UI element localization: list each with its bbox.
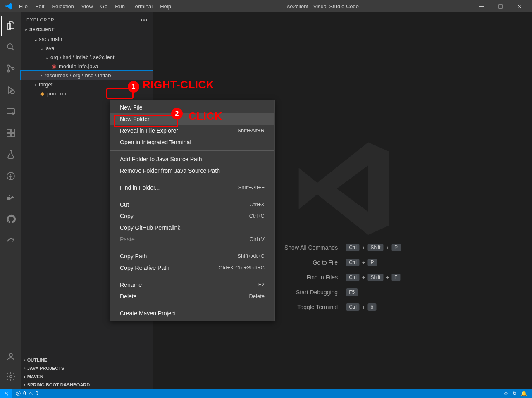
svg-point-13 [7,172,14,180]
divider [110,196,274,196]
close-button[interactable] [510,0,529,12]
shortcut-keys: Ctrl+ö [346,303,401,311]
divider [110,305,274,305]
svg-point-2 [7,44,12,49]
more-actions-icon[interactable] [141,19,147,21]
folder-label: target [39,81,52,88]
section-outline[interactable]: ›OUTLINE [21,356,153,364]
svg-point-3 [7,65,10,67]
sync-icon[interactable]: ↻ [513,391,517,396]
menu-new-file[interactable]: New File [110,102,274,113]
svg-rect-9 [7,129,10,133]
menu-copy-relative-path[interactable]: Copy Relative PathCtrl+K Ctrl+Shift+C [110,262,274,274]
menu-bar: File Edit Selection View Go Run Terminal… [16,2,174,11]
menu-terminal[interactable]: Terminal [129,2,156,11]
tree-file-module-info[interactable]: ◉module-info.java [21,62,153,71]
menu-remove-java-path[interactable]: Remove Folder from Java Source Path [110,165,274,176]
menu-add-java-path[interactable]: Add Folder to Java Source Path [110,153,274,165]
search-icon[interactable] [1,37,21,57]
svg-point-4 [7,70,10,72]
warning-count: 0 [36,391,38,396]
svg-rect-15 [9,197,10,198]
chevron-right-icon: › [32,81,39,88]
thunder-icon[interactable] [1,166,21,186]
context-menu: New File New Folder Reveal in File Explo… [110,100,275,321]
project-section[interactable]: ⌄ SE2CLIENT [21,25,153,33]
menu-go[interactable]: Go [97,2,111,11]
shortcut-keys: Ctrl+Shift+P [346,244,401,251]
menu-edit[interactable]: Edit [32,2,48,11]
menu-selection[interactable]: Selection [48,2,77,11]
docker-icon[interactable] [1,188,21,207]
shortcut-label: Find in Files [284,274,338,281]
section-label: JAVA PROJECTS [27,366,64,371]
tree-folder-resources-inflab[interactable]: ›resources \ org \ hsd \ inflab [21,71,153,80]
warning-icon: ⚠ [29,391,33,396]
title-bar: File Edit Selection View Go Run Terminal… [0,0,532,12]
menu-run[interactable]: Run [112,2,128,11]
project-name: SE2CLIENT [29,27,55,32]
chevron-down-icon: ⌄ [24,26,28,32]
tree-file-pom[interactable]: ◆pom.xml [21,89,153,98]
chevron-right-icon: › [24,374,26,379]
github-icon[interactable] [1,209,21,229]
menu-help[interactable]: Help [157,2,174,11]
maximize-button[interactable] [491,0,510,12]
xml-file-icon: ◆ [39,91,45,97]
svg-rect-12 [12,129,15,132]
shortcut-label: Toggle Terminal [284,304,338,310]
svg-rect-14 [7,197,9,198]
gear-icon[interactable] [1,367,21,386]
chevron-down-icon: ⌄ [44,54,50,60]
menu-open-terminal[interactable]: Open in Integrated Terminal [110,136,274,148]
remote-explorer-icon[interactable] [1,102,21,122]
run-debug-icon[interactable] [1,80,21,100]
extensions-icon[interactable] [1,123,21,143]
chevron-right-icon: › [24,366,26,371]
source-control-icon[interactable] [1,59,21,79]
explorer-icon[interactable] [1,16,21,36]
menu-copy[interactable]: CopyCtrl+C [110,210,274,222]
tree-folder-package[interactable]: ⌄org \ hsd \ inflab \ se2client [21,52,153,62]
tree-folder-src-main[interactable]: ⌄src \ main [21,34,153,43]
menu-new-folder[interactable]: New Folder [110,113,274,125]
menu-cut[interactable]: CutCtrl+X [110,199,274,210]
java-file-icon: ◉ [50,63,57,69]
vscode-logo-icon [5,2,12,10]
folder-label: org \ hsd \ inflab \ se2client [50,54,115,60]
chevron-right-icon: › [24,382,26,387]
bell-icon[interactable]: 🔔 [521,391,527,396]
menu-file[interactable]: File [16,2,31,11]
section-maven[interactable]: ›MAVEN [21,372,153,381]
error-count: 0 [23,391,26,396]
section-spring-boot[interactable]: ›SPRING BOOT DASHBOARD [21,381,153,389]
feedback-icon[interactable]: ☺ [503,391,508,396]
tree-folder-target[interactable]: ›target [21,80,153,89]
menu-reveal-explorer[interactable]: Reveal in File ExplorerShift+Alt+R [110,125,274,136]
divider [110,150,274,151]
svg-rect-1 [499,5,502,8]
problems-indicator[interactable]: ⓧ0 ⚠0 [12,390,41,397]
share-icon[interactable] [1,231,21,250]
welcome-shortcuts: Show All Commands Ctrl+Shift+P Go to Fil… [284,244,401,311]
explorer-title: EXPLORER [26,17,55,22]
remote-indicator[interactable] [0,389,12,398]
menu-copy-github-permalink[interactable]: Copy GitHub Permalink [110,222,274,234]
section-java-projects[interactable]: ›JAVA PROJECTS [21,364,153,372]
window-title: se2client - Visual Studio Code [174,3,472,10]
status-bar: ⓧ0 ⚠0 ☺ ↻ 🔔 [0,389,532,398]
menu-view[interactable]: View [78,2,96,11]
menu-rename[interactable]: RenameF2 [110,279,274,291]
accounts-icon[interactable] [1,347,21,367]
tree-folder-java[interactable]: ⌄java [21,43,153,52]
vscode-watermark-icon [285,131,401,248]
menu-copy-path[interactable]: Copy PathShift+Alt+C [110,250,274,262]
section-label: MAVEN [27,374,43,379]
menu-create-maven[interactable]: Create Maven Project [110,307,274,319]
minimize-button[interactable] [472,0,491,12]
testing-icon[interactable] [1,145,21,164]
menu-find-in-folder[interactable]: Find in Folder...Shift+Alt+F [110,182,274,193]
folder-label: resources \ org \ hsd \ inflab [45,72,111,79]
menu-delete[interactable]: DeleteDelete [110,291,274,302]
svg-rect-16 [11,197,12,198]
